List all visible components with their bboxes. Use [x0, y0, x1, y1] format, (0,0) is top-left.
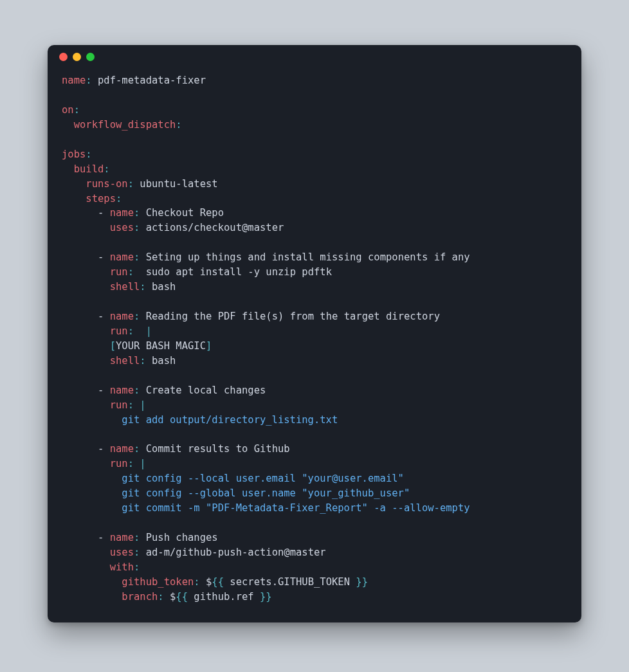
pipe-literal: | [146, 325, 152, 337]
git-command: git commit -m "PDF-Metadata-Fixer_Report… [122, 502, 469, 514]
yaml-key: name [110, 443, 134, 455]
yaml-key: runs-on [86, 178, 127, 190]
step-name: Push changes [146, 532, 218, 543]
yaml-key: uses [110, 547, 134, 558]
yaml-key: shell [110, 281, 140, 293]
yaml-key: name [110, 385, 134, 396]
code-block: name: pdf-metadata-fixer on: workflow_di… [48, 68, 581, 622]
pipe-literal: | [140, 399, 145, 411]
yaml-value: bash [152, 355, 176, 367]
expr-body: github.ref [188, 591, 260, 603]
yaml-value: actions/checkout@master [146, 222, 284, 233]
window-titlebar [48, 45, 581, 68]
yaml-key: run [110, 266, 128, 278]
zoom-icon[interactable] [86, 53, 95, 61]
step-name: Seting up things and install missing com… [146, 251, 470, 263]
yaml-key: build [74, 163, 104, 175]
yaml-key: name [62, 75, 86, 86]
brace-close: }} [356, 576, 368, 588]
yaml-value: bash [152, 281, 176, 293]
yaml-key: on [62, 104, 74, 116]
brace-open: {{ [176, 591, 188, 603]
terminal-window: name: pdf-metadata-fixer on: workflow_di… [48, 45, 581, 622]
step-name: Checkout Repo [146, 207, 224, 219]
expr-prefix: $ [206, 576, 212, 588]
brace-close: }} [260, 591, 272, 603]
git-command: git config --global user.name "your_gith… [122, 487, 410, 499]
expr-body: secrets.GITHUB_TOKEN [224, 576, 356, 588]
yaml-key: name [110, 532, 134, 543]
yaml-key: run [110, 325, 128, 337]
yaml-key: github_token [122, 576, 194, 588]
yaml-key: jobs [62, 149, 86, 160]
placeholder-text: YOUR BASH MAGIC [116, 340, 206, 352]
yaml-key: branch [122, 591, 158, 603]
close-icon[interactable] [59, 53, 68, 61]
yaml-value: ad-m/github-push-action@master [146, 547, 326, 558]
yaml-key: uses [110, 222, 134, 233]
yaml-key: run [110, 399, 128, 411]
yaml-key: run [110, 458, 128, 469]
yaml-value: pdf-metadata-fixer [98, 75, 206, 86]
yaml-key: shell [110, 355, 140, 367]
git-command: git config --local user.email "your@user… [122, 473, 404, 484]
brace-open: {{ [212, 576, 224, 588]
yaml-value: ubuntu-latest [140, 178, 217, 190]
pipe-literal: | [140, 458, 145, 469]
minimize-icon[interactable] [73, 53, 81, 61]
step-name: Create local changes [146, 385, 266, 396]
step-name: Reading the PDF file(s) from the target … [146, 311, 440, 322]
run-command: sudo apt install -y unzip pdftk [146, 266, 332, 278]
yaml-key: workflow_dispatch [74, 119, 176, 131]
yaml-key: name [110, 311, 134, 322]
yaml-key: name [110, 251, 134, 263]
git-command: git add output/directory_listing.txt [122, 414, 338, 426]
expr-prefix: $ [170, 591, 176, 603]
yaml-key: name [110, 207, 134, 219]
yaml-key: steps [86, 193, 116, 204]
step-name: Commit results to Github [146, 443, 290, 455]
yaml-key: with [110, 561, 134, 573]
